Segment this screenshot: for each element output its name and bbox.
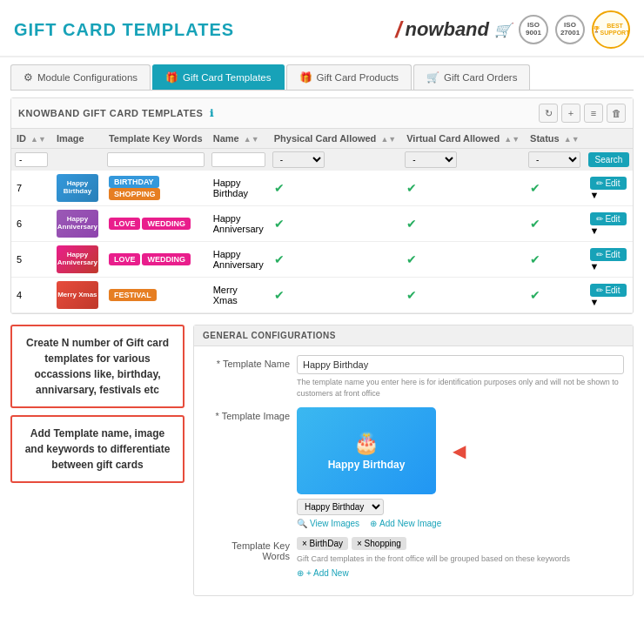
cell-id: 6	[11, 206, 51, 242]
filter-virtual-select[interactable]: -	[405, 151, 457, 168]
view-images-link[interactable]: 🔍 View Images	[297, 519, 359, 528]
image-preview-label: Happy Birthday	[328, 459, 406, 471]
table-add-button[interactable]: +	[561, 104, 580, 123]
cell-image: Happy Anniversary	[51, 206, 104, 242]
template-thumbnail: Merry Xmas	[57, 281, 98, 309]
tab-module-config[interactable]: ⚙ Module Configurations	[10, 64, 151, 90]
add-icon: ⊕	[297, 568, 304, 578]
bottom-area: Create N number of Gift card templates f…	[10, 325, 634, 596]
edit-dropdown-icon[interactable]: ▼	[590, 297, 600, 307]
edit-dropdown-icon[interactable]: ▼	[590, 225, 600, 236]
cell-virtual: ✔	[401, 171, 525, 206]
cell-image: Happy Birthday	[51, 171, 104, 206]
giftcard2-icon: 🎁	[299, 71, 312, 84]
template-name-value: The template name you enter here is for …	[297, 355, 624, 399]
filter-physical-select[interactable]: -	[272, 151, 325, 168]
edit-button[interactable]: ✏ Edit	[590, 177, 627, 190]
cell-id: 4	[11, 278, 51, 313]
check-status: ✔	[530, 252, 540, 266]
table-delete-button[interactable]: 🗑	[607, 104, 626, 123]
cell-name: Happy Anniversary	[208, 242, 269, 278]
table-row: 6 Happy Anniversary LOVEWEDDING Happy An…	[11, 206, 633, 242]
col-virtual: Virtual Card Allowed ▲▼	[401, 129, 525, 149]
cell-name: Merry Xmas	[208, 278, 269, 313]
tab-gift-card-templates[interactable]: 🎁 Gift Card Templates	[152, 64, 284, 90]
cell-edit: ✏ Edit ▼	[585, 171, 634, 206]
table-header-row: KNOWBAND GIFT CARD TEMPLATES ℹ ↻ + ≡ 🗑	[11, 98, 633, 129]
cell-edit: ✏ Edit ▼	[585, 278, 634, 313]
cell-image: Happy Anniversary	[51, 242, 104, 278]
sort-arrows-id[interactable]: ▲▼	[30, 135, 46, 144]
edit-dropdown-icon[interactable]: ▼	[590, 261, 600, 272]
best-support-badge: 🏆 BESTSUPPORT	[592, 10, 630, 49]
template-image-value: 🎂 Happy Birthday ◀ Happy Birthday	[297, 407, 624, 528]
header-logos: / nowband 🛒 ISO9001 ISO27001 🏆 BESTSUPPO…	[395, 10, 630, 49]
table-settings-button[interactable]: ≡	[584, 104, 603, 123]
table-header: ID ▲▼ Image Template Key Words Name ▲▼ P	[11, 129, 633, 149]
sort-arrows-status[interactable]: ▲▼	[564, 135, 580, 144]
templates-table: ID ▲▼ Image Template Key Words Name ▲▼ P	[11, 129, 633, 313]
add-new-keyword-link[interactable]: ⊕ + Add New	[297, 568, 624, 578]
table-refresh-button[interactable]: ↻	[539, 104, 558, 123]
logo-slash: /	[395, 17, 401, 44]
col-status: Status ▲▼	[525, 129, 585, 149]
best-support-label: BESTSUPPORT	[600, 23, 630, 37]
keyword-tags: × BirthDay× Shopping	[297, 537, 624, 550]
image-row-wrapper: 🎂 Happy Birthday ◀	[297, 407, 624, 494]
keyword-tag: LOVE	[109, 253, 141, 265]
info-box-1: Create N number of Gift card templates f…	[10, 325, 184, 408]
arrow-container: ◀	[439, 440, 466, 461]
tab-gift-card-orders[interactable]: 🛒 Gift Card Orders	[413, 64, 530, 90]
template-thumbnail: Happy Anniversary	[57, 210, 98, 238]
image-preview: 🎂 Happy Birthday	[297, 407, 436, 494]
cell-image: Merry Xmas	[51, 278, 104, 313]
template-thumbnail: Happy Birthday	[57, 174, 98, 202]
check-status: ✔	[530, 181, 540, 195]
page-title: GIFT CARD TEMPLATES	[14, 20, 234, 40]
cake-icon: 🎂	[353, 431, 379, 455]
plus-icon: ⊕	[370, 519, 377, 528]
giftcard-icon: 🎁	[165, 71, 178, 84]
cell-physical: ✔	[269, 278, 401, 313]
filter-keywords-input[interactable]	[107, 152, 205, 167]
edit-button[interactable]: ✏ Edit	[590, 248, 627, 261]
filter-id-input[interactable]	[15, 152, 48, 167]
cell-name: Happy Birthday	[208, 171, 269, 206]
config-panel: GENERAL CONFIGURATIONS * Template Name T…	[193, 325, 634, 596]
cell-edit: ✏ Edit ▼	[585, 242, 634, 278]
cell-tags: BIRTHDAYSHOPPING	[104, 171, 208, 206]
edit-button[interactable]: ✏ Edit	[590, 212, 627, 225]
logo-text: nowband	[405, 18, 489, 41]
check-physical: ✔	[274, 252, 285, 266]
cell-id: 7	[11, 171, 51, 206]
filter-name-input[interactable]	[211, 152, 265, 167]
col-physical: Physical Card Allowed ▲▼	[269, 129, 401, 149]
search-button[interactable]: Search	[588, 152, 630, 167]
sort-arrows-name[interactable]: ▲▼	[244, 135, 259, 144]
config-row-keywords: Template Key Words × BirthDay× Shopping …	[203, 537, 624, 578]
filter-row: - - - Search	[11, 149, 633, 171]
filter-status-select[interactable]: -	[528, 151, 580, 168]
check-virtual: ✔	[406, 252, 417, 266]
check-status: ✔	[530, 217, 540, 231]
keyword-tag: FESTIVAL	[109, 289, 157, 301]
tabs-bar: ⚙ Module Configurations 🎁 Gift Card Temp…	[10, 64, 634, 91]
image-select-dropdown[interactable]: Happy Birthday	[297, 499, 384, 515]
cart-icon: 🛒	[494, 22, 512, 38]
keywords-hint: Gift Card templates in the front office …	[297, 553, 624, 565]
tab-gift-card-products-label: Gift Card Products	[317, 72, 399, 83]
sort-arrows-virtual[interactable]: ▲▼	[504, 135, 520, 144]
template-name-input[interactable]	[297, 355, 624, 374]
tab-gift-card-products[interactable]: 🎁 Gift Card Products	[286, 64, 413, 90]
edit-button[interactable]: ✏ Edit	[590, 284, 627, 297]
iso-9001-badge: ISO9001	[519, 15, 548, 44]
cell-status: ✔	[525, 206, 585, 242]
cell-virtual: ✔	[401, 278, 525, 313]
sort-arrows-physical[interactable]: ▲▼	[380, 135, 396, 144]
edit-dropdown-icon[interactable]: ▼	[590, 190, 600, 200]
trophy-icon: 🏆	[593, 26, 600, 33]
eye-icon: 🔍	[297, 519, 307, 528]
col-actions	[585, 129, 634, 149]
config-panel-header: GENERAL CONFIGURATIONS	[194, 325, 633, 346]
add-new-image-link[interactable]: ⊕ Add New Image	[370, 519, 441, 528]
